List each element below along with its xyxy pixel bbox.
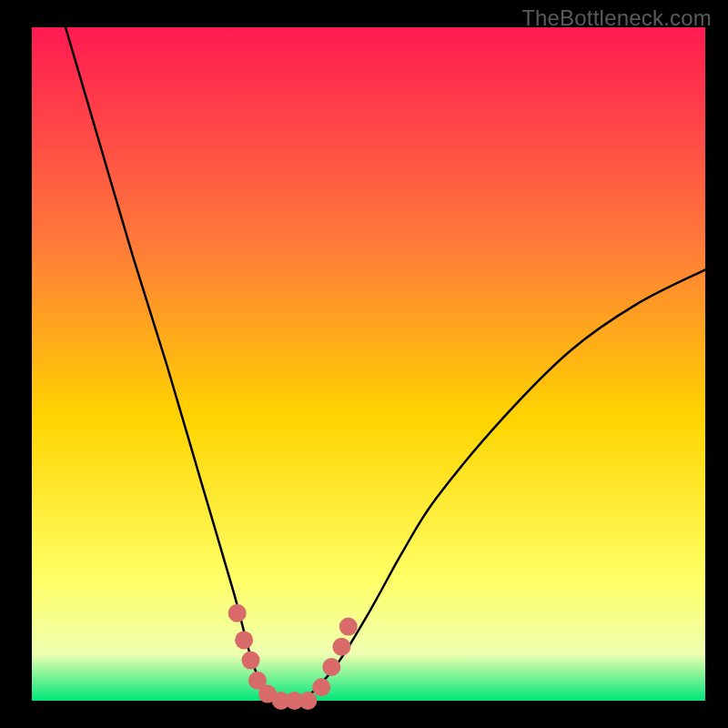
highlight-dot <box>242 652 260 670</box>
highlight-dot <box>332 638 350 656</box>
highlight-dot <box>228 604 247 622</box>
highlight-dot <box>322 658 340 676</box>
highlight-dots <box>228 604 358 710</box>
chart-frame: TheBottleneck.com <box>0 0 728 728</box>
highlight-dot <box>339 618 358 636</box>
highlight-dot <box>298 692 317 710</box>
highlight-dot <box>235 631 253 649</box>
watermark-text: TheBottleneck.com <box>521 5 712 31</box>
highlight-dot <box>312 678 330 696</box>
curve-layer <box>32 27 705 701</box>
bottleneck-curve <box>66 27 705 705</box>
plot-area <box>32 27 705 701</box>
